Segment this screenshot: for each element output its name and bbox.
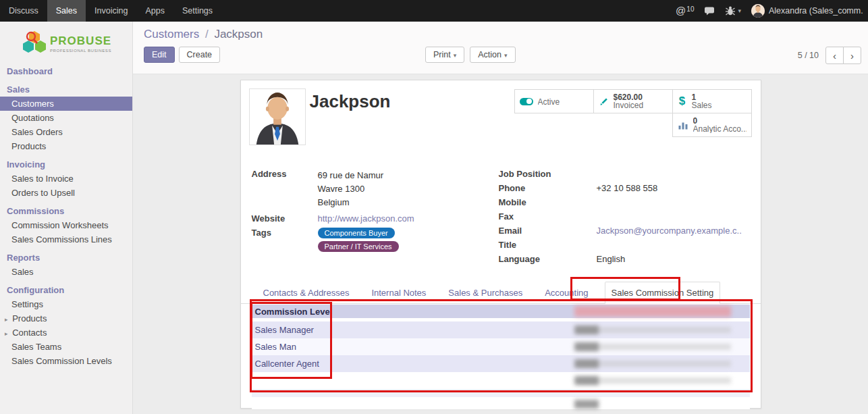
sidebar-heading-invoicing[interactable]: Invoicing bbox=[0, 157, 132, 172]
commission-table: Commission Level Sales Manager Sales Man… bbox=[252, 305, 750, 409]
sidebar-item-sales-commissions-lines[interactable]: Sales Commissions Lines bbox=[0, 232, 132, 247]
invoiced-stat-button[interactable]: $620.00 Invoiced bbox=[593, 89, 673, 113]
address-label: Address bbox=[252, 169, 318, 209]
tab-internal-notes[interactable]: Internal Notes bbox=[365, 282, 432, 303]
sidebar-heading-configuration[interactable]: Configuration bbox=[0, 282, 132, 297]
probuse-logo[interactable]: PROBUSE PROFESSIONAL BUSINESS bbox=[0, 22, 132, 63]
sidebar-item-settings[interactable]: Settings bbox=[0, 297, 132, 311]
action-dropdown[interactable]: Action▾ bbox=[470, 47, 515, 63]
active-toggle-button[interactable]: Active bbox=[514, 89, 594, 113]
sidebar-item-customers[interactable]: Customers bbox=[0, 97, 132, 111]
table-header-row[interactable]: Commission Level bbox=[252, 305, 750, 318]
redacted-cell bbox=[574, 359, 599, 368]
sidebar-item-reports-sales[interactable]: Sales bbox=[0, 265, 132, 279]
sidebar-item-quotations[interactable]: Quotations bbox=[0, 111, 132, 125]
record-pager: 5 / 10 ‹ › bbox=[798, 47, 861, 64]
tags-label: Tags bbox=[252, 228, 318, 252]
address-value[interactable]: 69 rue de Namur Wavre 1300 Belgium bbox=[318, 169, 384, 209]
control-panel: Customers / Jackpson Edit Create Print▾ … bbox=[133, 22, 868, 74]
action-label: Action bbox=[478, 50, 501, 59]
menu-sales[interactable]: Sales bbox=[47, 0, 86, 22]
logo-subtitle: PROFESSIONAL BUSINESS bbox=[50, 49, 111, 53]
create-button[interactable]: Create bbox=[179, 47, 221, 63]
language-value[interactable]: English bbox=[597, 254, 626, 264]
debug-menu-button[interactable]: ▾ bbox=[725, 5, 741, 16]
commission-level-cell: Sales Man bbox=[255, 342, 296, 352]
tab-accounting[interactable]: Accounting bbox=[539, 282, 594, 303]
sidebar-item-sales-to-invoice[interactable]: Sales to Invoice bbox=[0, 172, 132, 186]
mobile-field: Mobile bbox=[499, 197, 751, 207]
sidebar-heading-sales[interactable]: Sales bbox=[0, 82, 132, 97]
menu-apps[interactable]: Apps bbox=[136, 0, 173, 22]
logo-title: PROBUSE bbox=[50, 34, 111, 48]
sidebar-heading-commissions[interactable]: Commissions bbox=[0, 203, 132, 218]
messages-button[interactable] bbox=[704, 6, 715, 16]
top-menu: Discuss Sales Invoicing Apps Settings bbox=[0, 0, 221, 22]
sidebar-item-sales-commission-levels[interactable]: Sales Commission Levels bbox=[0, 354, 132, 368]
sidebar-item-orders-to-upsell[interactable]: Orders to Upsell bbox=[0, 186, 132, 200]
table-row-empty[interactable] bbox=[252, 372, 750, 389]
table-row-sales-manager[interactable]: Sales Manager bbox=[252, 321, 750, 338]
edit-button[interactable]: Edit bbox=[144, 47, 175, 63]
sales-stat-button[interactable]: $ 1 Sales bbox=[672, 89, 752, 113]
sidebar-item-sales-teams[interactable]: Sales Teams bbox=[0, 340, 132, 354]
breadcrumb-separator: / bbox=[205, 28, 209, 41]
sidebar-item-sales-orders[interactable]: Sales Orders bbox=[0, 125, 132, 139]
analytic-stat-button[interactable]: 0 Analytic Acco... bbox=[672, 113, 752, 137]
sidebar-item-products[interactable]: Products bbox=[0, 139, 132, 153]
user-avatar bbox=[751, 4, 765, 18]
table-row-sales-man[interactable]: Sales Man bbox=[252, 338, 750, 355]
form-view-background: Jackpson Active bbox=[133, 74, 868, 414]
sidebar-item-config-contacts[interactable]: ▸ Contacts bbox=[0, 326, 132, 340]
tag-components-buyer[interactable]: Components Buyer bbox=[318, 228, 395, 238]
website-link[interactable]: http://www.jackpson.com bbox=[318, 213, 414, 224]
job-position-field: Job Position bbox=[499, 169, 751, 179]
customer-photo[interactable] bbox=[249, 88, 306, 145]
chevron-right-icon: ▸ bbox=[5, 316, 8, 323]
invoiced-label: Invoiced bbox=[614, 101, 644, 109]
chevron-down-icon: ▾ bbox=[454, 52, 457, 59]
print-dropdown[interactable]: Print▾ bbox=[425, 47, 464, 63]
analytic-label: Analytic Acco... bbox=[693, 125, 747, 133]
pager-next-button[interactable]: › bbox=[843, 47, 861, 64]
job-position-label: Job Position bbox=[499, 169, 597, 179]
tab-sales-purchases[interactable]: Sales & Purchases bbox=[442, 282, 528, 303]
main-area: Customers / Jackpson Edit Create Print▾ … bbox=[133, 22, 868, 414]
email-link[interactable]: Jackpson@yourcompany.example.c.. bbox=[597, 226, 742, 236]
chevron-right-icon: ▸ bbox=[5, 330, 8, 337]
table-row-callcenter-agent[interactable]: Callcenter Agent bbox=[252, 355, 750, 372]
tab-sales-commission-setting[interactable]: Sales Commission Setting bbox=[605, 282, 721, 304]
top-navbar: Discuss Sales Invoicing Apps Settings @ … bbox=[0, 0, 868, 22]
sidebar-section-reports: Reports Sales bbox=[0, 250, 132, 279]
pager-previous-button[interactable]: ‹ bbox=[825, 47, 844, 64]
bug-icon bbox=[725, 5, 736, 16]
menu-invoicing[interactable]: Invoicing bbox=[86, 0, 136, 22]
mobile-label: Mobile bbox=[499, 197, 597, 207]
website-field: Website http://www.jackpson.com bbox=[252, 213, 492, 224]
sidebar-heading-dashboard[interactable]: Dashboard bbox=[0, 63, 132, 78]
phone-label: Phone bbox=[499, 183, 597, 193]
menu-settings[interactable]: Settings bbox=[173, 0, 221, 22]
mentions-button[interactable]: @ 10 bbox=[676, 5, 694, 17]
user-menu[interactable]: Alexandra (Sales_comm.. bbox=[751, 4, 863, 18]
sidebar-item-commission-worksheets[interactable]: Commission Worksheets bbox=[0, 218, 132, 232]
logo-hexagons-icon bbox=[23, 30, 46, 57]
menu-discuss[interactable]: Discuss bbox=[0, 0, 47, 22]
redacted-cell bbox=[578, 344, 731, 350]
address-street: 69 rue de Namur bbox=[318, 169, 384, 182]
tag-partner-it-services[interactable]: Partner / IT Services bbox=[318, 241, 399, 252]
active-label: Active bbox=[538, 97, 560, 106]
sidebar-item-config-products[interactable]: ▸ Products bbox=[0, 311, 132, 326]
notebook-tabs: Contacts & Addresses Internal Notes Sale… bbox=[241, 280, 761, 304]
field-group-left: Address 69 rue de Namur Wavre 1300 Belgi… bbox=[252, 169, 492, 256]
fax-label: Fax bbox=[499, 211, 597, 222]
phone-value[interactable]: +32 10 588 558 bbox=[597, 183, 658, 193]
redacted-cell bbox=[574, 400, 599, 409]
sidebar-heading-reports[interactable]: Reports bbox=[0, 250, 132, 265]
tab-contacts-addresses[interactable]: Contacts & Addresses bbox=[257, 282, 356, 303]
form-sheet: Jackpson Active bbox=[240, 80, 761, 409]
action-buttons: Print▾ Action▾ bbox=[425, 47, 516, 63]
breadcrumb-customers[interactable]: Customers bbox=[144, 28, 199, 41]
address-field: Address 69 rue de Namur Wavre 1300 Belgi… bbox=[252, 169, 492, 209]
at-icon: @ bbox=[676, 5, 686, 17]
